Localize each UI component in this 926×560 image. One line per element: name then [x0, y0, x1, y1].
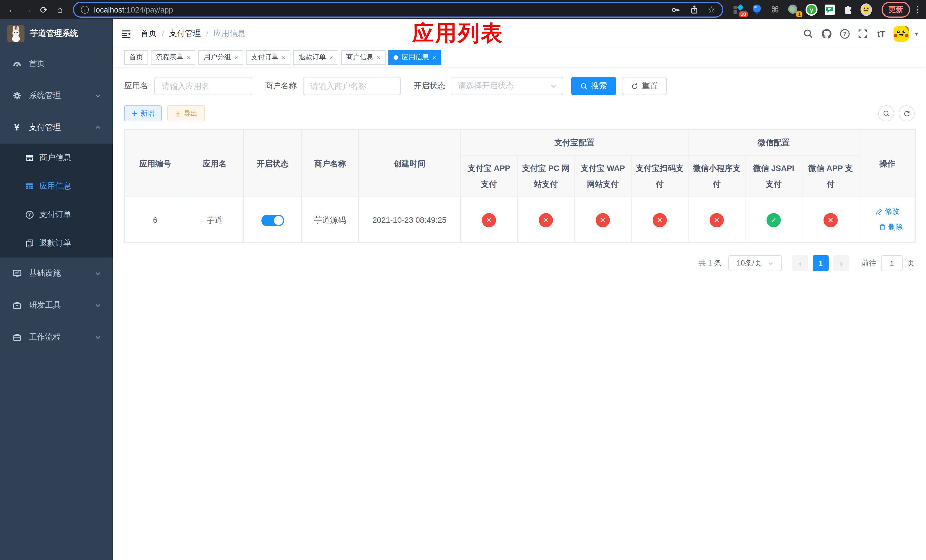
- col-header-app-id[interactable]: 应用编号: [124, 130, 186, 197]
- browser-home-icon[interactable]: ⌂: [52, 2, 67, 17]
- reset-button[interactable]: 重置: [622, 77, 667, 95]
- page-annotation-title: 应用列表: [412, 21, 504, 46]
- col-header-wechat-mini[interactable]: 微信小程序支付: [688, 155, 745, 197]
- toggle-search-button[interactable]: [878, 105, 894, 121]
- avatar-dropdown-caret-icon[interactable]: ▾: [915, 30, 918, 37]
- sidebar-item-payment[interactable]: ¥ 支付管理: [0, 112, 113, 144]
- extension-gem-icon[interactable]: [750, 3, 763, 17]
- tab-close-icon[interactable]: ×: [235, 54, 238, 61]
- tab-pay-orders[interactable]: 支付订单×: [246, 50, 291, 65]
- col-header-app-name[interactable]: 应用名: [186, 130, 244, 197]
- col-header-wechat-jsapi[interactable]: 微信 JSAPI 支付: [745, 155, 802, 197]
- browser-update-button[interactable]: 更新: [882, 2, 910, 18]
- status-select-placeholder: 请选择开启状态: [458, 81, 514, 91]
- tab-process-form[interactable]: 流程表单×: [151, 50, 196, 65]
- export-button[interactable]: 导出: [168, 105, 205, 121]
- browser-back-icon[interactable]: ←: [5, 2, 20, 17]
- sidebar-item-pay-orders[interactable]: ¥ 支付订单: [0, 201, 113, 229]
- breadcrumb-home[interactable]: 首页: [141, 29, 157, 39]
- status-select[interactable]: 请选择开启状态: [452, 77, 563, 95]
- extension-pin-icon[interactable]: 10: [732, 3, 745, 17]
- cell-alipay-wap: ✕: [574, 197, 631, 242]
- browser-menu-kebab-icon[interactable]: ⋮: [914, 5, 921, 15]
- site-info-icon[interactable]: i: [81, 6, 89, 14]
- edit-link[interactable]: 修改: [875, 204, 900, 219]
- select-caret-icon: [550, 83, 557, 89]
- edit-link-label: 修改: [885, 204, 900, 219]
- edit-pencil-icon: [875, 207, 882, 215]
- page-size-select[interactable]: 10条/页: [728, 255, 782, 271]
- documents-icon: [24, 239, 34, 248]
- sidebar-item-infrastructure[interactable]: 基础设施: [0, 257, 113, 289]
- sidebar-item-system[interactable]: 系统管理: [0, 80, 113, 112]
- tab-user-group[interactable]: 用户分组×: [198, 50, 243, 65]
- browser-forward-icon[interactable]: →: [21, 2, 35, 17]
- next-page-button[interactable]: ›: [833, 255, 849, 271]
- github-icon[interactable]: [821, 28, 832, 39]
- tab-refund-orders[interactable]: 退款订单×: [294, 50, 338, 65]
- sidebar-logo[interactable]: 芋道管理系统: [0, 20, 113, 48]
- font-size-icon[interactable]: tT: [876, 28, 887, 39]
- tab-close-icon[interactable]: ×: [282, 54, 286, 61]
- refresh-table-button[interactable]: [899, 105, 915, 121]
- col-header-alipay-qr[interactable]: 支付宝扫码支付: [631, 155, 688, 197]
- briefcase-icon: [12, 333, 22, 342]
- delete-link[interactable]: 删除: [878, 219, 903, 235]
- merchant-name-input[interactable]: [303, 77, 401, 95]
- tab-close-icon[interactable]: ×: [432, 54, 436, 61]
- col-header-alipay-pc[interactable]: 支付宝 PC 网站支付: [517, 155, 574, 197]
- extension-badge: 10: [739, 11, 748, 17]
- search-icon[interactable]: [803, 28, 814, 39]
- app-name-input[interactable]: [154, 77, 252, 95]
- browser-reload-icon[interactable]: ⟳: [36, 2, 51, 17]
- search-button[interactable]: 搜索: [571, 77, 616, 95]
- select-caret-icon: [767, 260, 774, 266]
- tab-close-icon[interactable]: ×: [377, 54, 381, 61]
- sidebar-collapse-icon[interactable]: [121, 29, 131, 38]
- prev-page-button[interactable]: ‹: [792, 255, 808, 271]
- col-header-merchant[interactable]: 商户名称: [301, 130, 359, 197]
- bookmark-star-icon[interactable]: ☆: [708, 5, 715, 15]
- help-question-icon[interactable]: ?: [839, 28, 850, 39]
- col-header-alipay-wap[interactable]: 支付宝 WAP 网站支付: [574, 155, 631, 197]
- sidebar-item-dev-tools[interactable]: 研发工具: [0, 289, 113, 321]
- extension-y-icon[interactable]: y: [805, 3, 818, 17]
- sidebar-item-refund-orders[interactable]: 退款订单: [0, 229, 113, 257]
- sidebar-item-merchant-info[interactable]: 商户信息: [0, 144, 113, 172]
- address-bar[interactable]: i localhost:1024/pay/app ☆: [73, 2, 723, 18]
- share-icon[interactable]: [689, 5, 699, 14]
- tab-home[interactable]: 首页: [124, 50, 148, 65]
- tab-merchant-info[interactable]: 商户信息×: [341, 50, 386, 65]
- profile-smiley-avatar[interactable]: [860, 3, 873, 17]
- password-key-icon[interactable]: [670, 5, 680, 15]
- fullscreen-icon[interactable]: [857, 28, 869, 39]
- sidebar: 芋道管理系统 首页 系统管理 ¥ 支付管理: [0, 20, 113, 560]
- current-page-button[interactable]: 1: [813, 255, 829, 271]
- add-button[interactable]: 新增: [124, 105, 162, 121]
- tab-app-info[interactable]: 应用信息×: [388, 50, 441, 65]
- breadcrumb-payment[interactable]: 支付管理: [169, 29, 201, 39]
- col-header-created[interactable]: 创建时间: [359, 130, 460, 197]
- delete-link-label: 删除: [888, 219, 903, 235]
- sidebar-item-workflow[interactable]: 工作流程: [0, 321, 113, 353]
- sidebar-item-home[interactable]: 首页: [0, 48, 113, 80]
- user-avatar[interactable]: [894, 26, 909, 41]
- sidebar-item-app-info[interactable]: 应用信息: [0, 172, 113, 201]
- col-header-alipay-app[interactable]: 支付宝 APP 支付: [460, 155, 517, 197]
- goto-page-input[interactable]: [881, 255, 903, 271]
- url-text[interactable]: localhost:1024/pay/app: [94, 5, 666, 14]
- extensions-puzzle-icon[interactable]: [842, 3, 854, 17]
- cell-alipay-qr: ✕: [631, 197, 688, 242]
- tab-close-icon[interactable]: ×: [187, 54, 191, 61]
- extension-recorder-icon[interactable]: 1: [787, 3, 800, 17]
- cell-created: 2021-10-23 08:49:25: [359, 197, 460, 242]
- col-header-status[interactable]: 开启状态: [244, 130, 301, 197]
- col-header-wechat-app[interactable]: 微信 APP 支付: [802, 155, 859, 197]
- refresh-icon: [903, 110, 910, 117]
- extension-command-icon[interactable]: ⌘: [769, 3, 781, 17]
- status-toggle[interactable]: [261, 215, 284, 226]
- extension-chat-icon[interactable]: [823, 3, 836, 17]
- refresh-icon: [631, 82, 639, 90]
- tab-close-icon[interactable]: ×: [330, 54, 333, 61]
- breadcrumb-separator: /: [162, 29, 164, 38]
